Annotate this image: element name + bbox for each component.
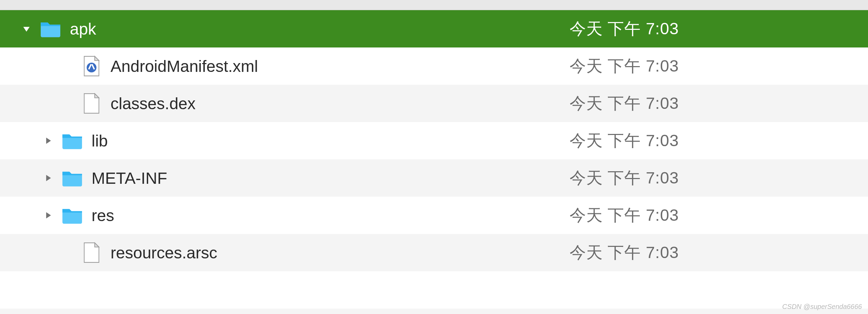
file-date: 今天 下午 7:03: [570, 167, 868, 189]
file-date: 今天 下午 7:03: [570, 18, 868, 40]
folder-row-lib[interactable]: lib 今天 下午 7:03: [0, 122, 868, 159]
svg-point-0: [87, 63, 97, 73]
toolbar-area: [0, 0, 868, 10]
finder-window: apk 今天 下午 7:03 AndroidManifest.xml 今天 下午…: [0, 0, 868, 314]
file-name: AndroidManifest.xml: [111, 57, 570, 76]
folder-row-res[interactable]: res 今天 下午 7:03: [0, 197, 868, 234]
empty-row: [0, 271, 868, 309]
folder-icon: [39, 18, 62, 40]
disclosure-triangle-right-icon[interactable]: [42, 209, 54, 221]
file-row-classes-dex[interactable]: classes.dex 今天 下午 7:03: [0, 85, 868, 122]
generic-file-icon: [80, 241, 102, 264]
folder-row-apk[interactable]: apk 今天 下午 7:03: [0, 10, 868, 47]
file-name: lib: [92, 132, 570, 150]
disclosure-triangle-right-icon[interactable]: [42, 135, 54, 147]
file-date: 今天 下午 7:03: [570, 93, 868, 114]
file-date: 今天 下午 7:03: [570, 55, 868, 77]
file-date: 今天 下午 7:03: [570, 130, 868, 152]
file-name: META-INF: [92, 169, 570, 188]
folder-icon: [61, 130, 83, 152]
file-list[interactable]: apk 今天 下午 7:03 AndroidManifest.xml 今天 下午…: [0, 10, 868, 309]
file-name: res: [92, 206, 570, 225]
file-date: 今天 下午 7:03: [570, 242, 868, 263]
generic-file-icon: [80, 92, 102, 115]
disclosure-triangle-right-icon[interactable]: [42, 172, 54, 184]
watermark-text: CSDN @superSenda6666: [782, 303, 862, 311]
file-date: 今天 下午 7:03: [570, 204, 868, 226]
file-name: apk: [70, 20, 570, 38]
disclosure-triangle-down-icon[interactable]: [20, 23, 33, 35]
folder-row-meta-inf[interactable]: META-INF 今天 下午 7:03: [0, 159, 868, 197]
file-row-resources-arsc[interactable]: resources.arsc 今天 下午 7:03: [0, 234, 868, 271]
file-row-manifest[interactable]: AndroidManifest.xml 今天 下午 7:03: [0, 47, 868, 85]
xml-file-icon: [80, 55, 102, 77]
folder-icon: [61, 204, 83, 227]
file-name: resources.arsc: [111, 243, 570, 262]
file-name: classes.dex: [111, 94, 570, 113]
folder-icon: [61, 167, 83, 189]
